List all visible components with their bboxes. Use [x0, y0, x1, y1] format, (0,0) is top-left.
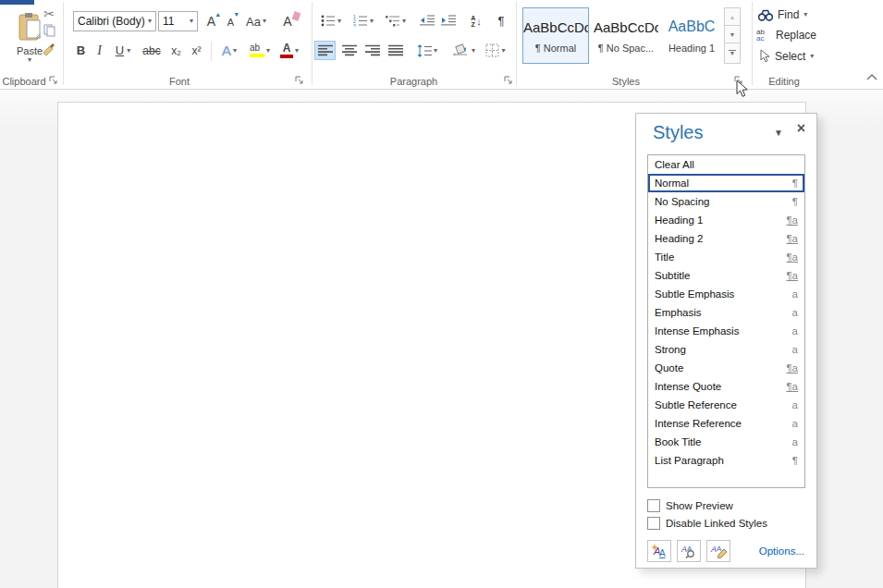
style-item-strong[interactable]: Stronga [648, 340, 804, 359]
bullets-button[interactable]: ▾ [318, 12, 344, 30]
close-icon[interactable]: × [797, 121, 805, 136]
sort-arrow-icon: ↓ [476, 16, 482, 27]
shrink-font-button[interactable]: A▼ [223, 12, 239, 31]
scissors-icon: ✂ [43, 7, 55, 20]
style-item-intense-emphasis[interactable]: Intense Emphasisa [648, 322, 804, 340]
style-type-marker: ¶a [786, 362, 798, 374]
style-item-title[interactable]: Title¶a [648, 248, 804, 266]
style-type-marker: ¶ [792, 455, 798, 466]
group-separator [752, 2, 753, 85]
checkbox-icon [647, 499, 660, 512]
align-center-button[interactable] [339, 41, 360, 60]
align-right-button[interactable] [362, 41, 383, 60]
numbering-dropdown-arrow: ▾ [370, 18, 374, 25]
svg-text:A: A [710, 545, 717, 554]
shrink-font-glyph: A [227, 17, 234, 28]
replace-button[interactable]: ab ac Replace [756, 29, 816, 42]
font-size-combobox[interactable]: 11 ▾ [158, 11, 198, 31]
gallery-scroll-down-button[interactable]: ▼ [724, 25, 741, 43]
style-item-label: Quote [655, 362, 786, 374]
superscript-button[interactable]: x² [188, 42, 205, 59]
collapse-ribbon-button[interactable] [865, 68, 878, 85]
shading-button[interactable]: ▾ [449, 41, 479, 60]
style-inspector-button[interactable]: A A [677, 540, 701, 562]
style-item-book-title[interactable]: Book Titlea [648, 433, 804, 451]
styles-dialog-launcher-icon[interactable] [733, 73, 746, 86]
style-item-label: List Paragraph [655, 455, 792, 466]
style-gallery-heading1[interactable]: AaBbC Heading 1 [663, 7, 720, 64]
justify-button[interactable] [386, 41, 406, 60]
font-name-combobox[interactable]: Calibri (Body) ▾ [73, 11, 156, 31]
style-item-subtle-reference[interactable]: Subtle Referencea [648, 396, 804, 414]
clipboard-dialog-launcher-icon[interactable] [48, 73, 61, 86]
style-item-emphasis[interactable]: Emphasisa [648, 303, 804, 322]
checkbox-icon [647, 517, 660, 530]
underline-button[interactable]: U ▾ [111, 42, 135, 59]
options-link[interactable]: Options... [759, 545, 804, 557]
subscript-button[interactable]: x₂ [167, 42, 185, 59]
copy-button[interactable] [41, 24, 59, 40]
select-dropdown-arrow: ▾ [810, 53, 814, 60]
multilevel-list-button[interactable]: ▾ [381, 12, 411, 30]
show-paragraph-marks-button[interactable]: ¶ [493, 12, 509, 30]
manage-styles-button[interactable]: A A [706, 540, 730, 562]
change-case-button[interactable]: Aa ▾ [243, 12, 269, 31]
show-preview-checkbox[interactable]: Show Preview [647, 499, 733, 512]
style-item-normal[interactable]: Normal¶ [648, 174, 804, 192]
style-item-clear-all[interactable]: Clear All [648, 155, 804, 174]
paragraph-group-label: Paragraph [312, 76, 516, 87]
style-item-list-paragraph[interactable]: List Paragraph¶ [648, 451, 804, 470]
style-type-marker: ¶a [786, 233, 798, 244]
decrease-indent-button[interactable] [418, 12, 436, 30]
font-color-glyph: A [280, 43, 293, 54]
bold-button[interactable]: B [74, 42, 88, 59]
find-button[interactable]: Find ▾ [758, 8, 807, 21]
select-button[interactable]: Select ▾ [758, 49, 814, 63]
sort-button[interactable]: AZ ↓ [466, 12, 486, 30]
font-dialog-launcher-icon[interactable] [294, 73, 307, 86]
clear-formatting-button[interactable]: A [277, 12, 298, 31]
new-style-button[interactable]: A A [647, 540, 671, 562]
bold-glyph: B [77, 43, 85, 57]
gallery-more-button[interactable]: ▼ [724, 43, 741, 64]
line-spacing-button[interactable]: ▾ [413, 41, 441, 60]
paste-dropdown-arrow: ▾ [28, 56, 31, 64]
text-effects-button[interactable]: A ▾ [216, 42, 242, 59]
style-gallery-normal[interactable]: AaBbCcDc ¶ Normal [522, 7, 589, 64]
style-item-label: Intense Reference [655, 418, 792, 429]
highlight-dropdown-arrow: ▾ [266, 47, 270, 55]
style-item-subtle-emphasis[interactable]: Subtle Emphasisa [648, 285, 804, 303]
style-item-subtitle[interactable]: Subtitle¶a [648, 266, 804, 285]
numbering-button[interactable]: 123 ▾ [350, 12, 377, 30]
italic-button[interactable]: I [92, 42, 106, 59]
highlight-color-bar [250, 54, 264, 57]
styles-pane-title: Styles [653, 122, 703, 143]
style-item-no-spacing[interactable]: No Spacing¶ [648, 192, 804, 211]
find-dropdown-arrow: ▾ [803, 11, 807, 18]
style-item-intense-reference[interactable]: Intense Referencea [648, 414, 804, 433]
style-item-quote[interactable]: Quote¶a [648, 359, 804, 377]
line-spacing-dropdown-arrow: ▾ [434, 47, 437, 55]
grow-font-button[interactable]: A▲ [202, 12, 220, 31]
disable-linked-styles-checkbox[interactable]: Disable Linked Styles [647, 517, 767, 530]
align-left-button[interactable] [314, 41, 336, 60]
font-color-button[interactable]: A ▾ [276, 42, 302, 59]
styles-pane-menu-arrow-icon[interactable]: ▼ [774, 128, 783, 138]
style-gallery-label: ¶ Normal [523, 43, 588, 54]
style-gallery-no-spacing[interactable]: AaBbCcDc ¶ No Spac... [593, 7, 659, 64]
group-separator [312, 2, 313, 85]
style-item-intense-quote[interactable]: Intense Quote¶a [648, 377, 804, 396]
gallery-scroll-up-button[interactable]: ▲ [724, 7, 741, 26]
borders-button[interactable]: ▾ [482, 41, 509, 60]
strikethrough-button[interactable]: abc [140, 42, 164, 59]
style-item-heading-2[interactable]: Heading 2¶a [648, 229, 804, 248]
style-item-heading-1[interactable]: Heading 1¶a [648, 211, 804, 229]
sort-a-glyph: A [471, 15, 475, 21]
cut-button[interactable]: ✂ [39, 6, 59, 22]
text-highlight-button[interactable]: ab ▾ [246, 42, 274, 59]
paragraph-dialog-launcher-icon[interactable] [503, 73, 516, 86]
style-item-label: Heading 2 [655, 233, 786, 244]
increase-indent-button[interactable] [439, 12, 458, 30]
format-painter-button[interactable] [39, 42, 59, 59]
svg-text:3: 3 [353, 23, 356, 28]
